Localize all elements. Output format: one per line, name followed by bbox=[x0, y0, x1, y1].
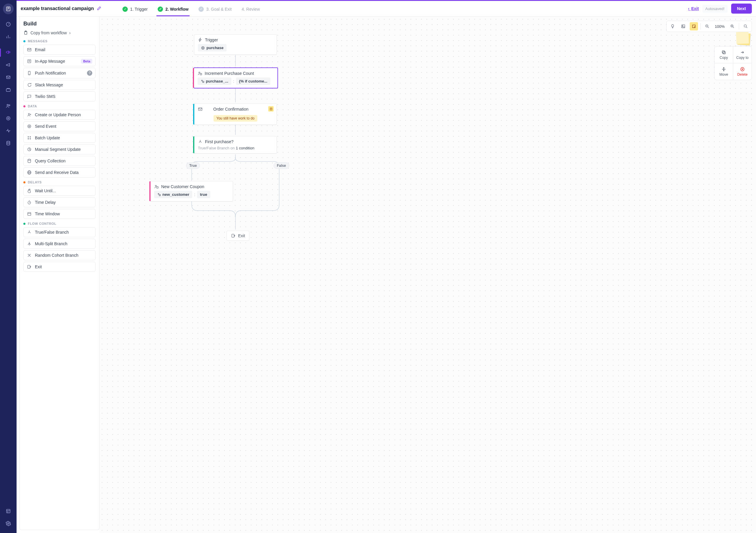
block-random[interactable]: Random Cohort Branch bbox=[23, 250, 95, 260]
nav-broadcasts[interactable] bbox=[0, 60, 16, 70]
canvas-toolbar: 100% bbox=[666, 21, 752, 32]
svg-rect-16 bbox=[7, 509, 10, 513]
nav-content[interactable] bbox=[0, 506, 16, 517]
node-first-purchase[interactable]: First purchase? True/False Branch on 1 c… bbox=[194, 136, 277, 153]
block-manual-segment[interactable]: Manual Segment Update bbox=[23, 144, 95, 154]
target-icon bbox=[201, 46, 205, 50]
step-goal-exit[interactable]: ✓3. Goal & Exit bbox=[197, 1, 233, 16]
nav-analytics[interactable] bbox=[0, 31, 16, 42]
block-slack[interactable]: Slack Message bbox=[23, 80, 95, 90]
node-exit[interactable]: Exit bbox=[227, 231, 249, 241]
svg-line-57 bbox=[733, 27, 734, 28]
branch-true-pill: True bbox=[186, 162, 200, 169]
chevron-right-icon: › bbox=[69, 31, 71, 35]
block-time-window[interactable]: Time Window bbox=[23, 209, 95, 219]
step-trigger[interactable]: ✓1. Trigger bbox=[121, 1, 149, 16]
block-email[interactable]: Email bbox=[23, 45, 95, 55]
block-webhook[interactable]: Send and Receive Data bbox=[23, 168, 95, 177]
block-query[interactable]: Query Collection bbox=[23, 156, 95, 166]
zoom-in-icon[interactable] bbox=[728, 22, 737, 31]
copy-from-workflow[interactable]: Copy from workflow › bbox=[23, 31, 95, 35]
workspace-logo[interactable] bbox=[3, 4, 14, 14]
svg-point-15 bbox=[7, 141, 10, 143]
block-twilio[interactable]: Twilio SMS bbox=[23, 92, 95, 101]
block-wait-until[interactable]: Wait Until... bbox=[23, 186, 95, 196]
envelope-icon bbox=[198, 107, 202, 112]
block-time-delay[interactable]: Time Delay bbox=[23, 197, 95, 207]
block-inapp[interactable]: In-App MessageBeta bbox=[23, 56, 95, 66]
bolt-icon bbox=[198, 38, 202, 42]
workflow-canvas[interactable]: 100% Copy Copy to Move Delete bbox=[99, 16, 756, 533]
svg-rect-61 bbox=[722, 51, 725, 53]
nav-dashboard[interactable] bbox=[0, 19, 16, 30]
svg-point-13 bbox=[7, 117, 10, 120]
block-exit[interactable]: Exit bbox=[23, 262, 95, 272]
block-send-event[interactable]: Send Event bbox=[23, 121, 95, 131]
svg-rect-45 bbox=[28, 212, 31, 215]
nav-settings[interactable] bbox=[0, 518, 16, 529]
image-icon[interactable] bbox=[679, 22, 688, 31]
segment-icon bbox=[27, 147, 32, 152]
person-attr-icon bbox=[154, 184, 159, 189]
exit-link[interactable]: ‹ Exit bbox=[688, 6, 699, 11]
nav-deliveries[interactable] bbox=[0, 72, 16, 83]
globe-icon bbox=[27, 170, 32, 175]
branch-icon bbox=[198, 139, 202, 144]
zoom-fit-icon[interactable] bbox=[742, 22, 750, 31]
stopwatch-icon bbox=[27, 200, 32, 205]
sticky-note-icon[interactable] bbox=[690, 22, 698, 31]
branch-subtext: True/False Branch on 1 condition bbox=[194, 146, 277, 153]
block-multi-split[interactable]: Multi-Split Branch bbox=[23, 239, 95, 249]
nav-activity[interactable] bbox=[0, 125, 16, 136]
nav-segments[interactable] bbox=[0, 113, 16, 124]
svg-point-58 bbox=[744, 25, 746, 27]
svg-rect-60 bbox=[723, 51, 725, 54]
build-title: Build bbox=[23, 21, 95, 27]
wizard-steps: ✓1. Trigger ✓2. Workflow ✓3. Goal & Exit… bbox=[121, 1, 261, 16]
sms-icon bbox=[27, 94, 32, 99]
block-push[interactable]: Push Notification? bbox=[23, 68, 95, 78]
autosave-status: Autosaved! bbox=[702, 5, 728, 13]
menu-copy-to[interactable]: Copy to bbox=[733, 46, 752, 63]
nav-data[interactable] bbox=[0, 138, 16, 148]
svg-point-31 bbox=[28, 125, 31, 128]
workflow-canvas-wrap: 100% Copy Copy to Move Delete bbox=[99, 16, 756, 533]
connectors bbox=[99, 16, 756, 533]
svg-point-32 bbox=[29, 126, 30, 127]
svg-point-11 bbox=[7, 104, 9, 106]
note-icon[interactable] bbox=[268, 106, 274, 112]
svg-point-36 bbox=[30, 138, 31, 139]
campaign-name: example transactional campaign bbox=[21, 6, 94, 11]
zoom-out-icon[interactable] bbox=[703, 22, 711, 31]
next-button[interactable]: Next bbox=[731, 4, 752, 13]
trigger-event-chip: purchase bbox=[198, 44, 227, 51]
envelope-icon bbox=[27, 47, 32, 52]
branch-icon bbox=[27, 230, 32, 234]
warning-note: You still have work to do bbox=[214, 115, 257, 121]
menu-copy[interactable]: Copy bbox=[715, 46, 733, 63]
step-workflow[interactable]: ✓2. Workflow bbox=[156, 1, 190, 16]
step-review[interactable]: 4. Review bbox=[240, 1, 261, 16]
nav-campaigns[interactable] bbox=[0, 47, 16, 58]
menu-delete[interactable]: Delete bbox=[733, 63, 752, 80]
category-data: DATA bbox=[23, 104, 95, 108]
node-increment[interactable]: Increment Purchase Count purchase_... : … bbox=[193, 67, 278, 89]
edit-name-icon[interactable] bbox=[97, 6, 101, 12]
node-trigger[interactable]: Trigger purchase bbox=[194, 34, 277, 55]
sticky-note[interactable] bbox=[737, 33, 751, 45]
nav-transactional[interactable] bbox=[0, 85, 16, 95]
node-coupon[interactable]: New Customer Coupon new_customer : true bbox=[150, 181, 233, 201]
toggle-hints-icon[interactable] bbox=[668, 22, 677, 31]
block-batch[interactable]: Batch Update bbox=[23, 133, 95, 143]
svg-point-81 bbox=[158, 194, 159, 194]
beta-badge: Beta bbox=[81, 59, 92, 64]
nav-people[interactable] bbox=[0, 100, 16, 111]
svg-rect-80 bbox=[157, 187, 158, 188]
block-tf-branch[interactable]: True/False Branch bbox=[23, 227, 95, 237]
help-icon[interactable]: ? bbox=[87, 70, 92, 76]
topbar: example transactional campaign ✓1. Trigg… bbox=[16, 0, 756, 16]
menu-move[interactable]: Move bbox=[715, 63, 733, 80]
node-order-confirmation[interactable]: Order Confirmation You still have work t… bbox=[194, 103, 277, 125]
block-create-person[interactable]: Create or Update Person bbox=[23, 110, 95, 120]
hand-icon bbox=[27, 188, 32, 193]
